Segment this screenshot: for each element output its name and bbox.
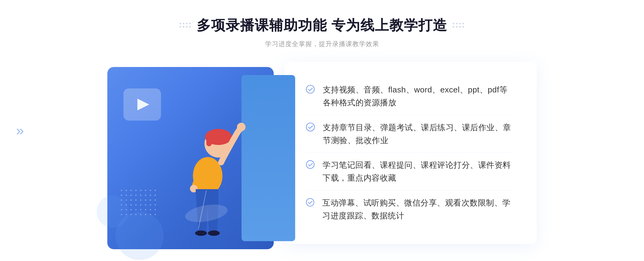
arrow-left-icon: »: [16, 122, 24, 139]
content-area: 支持视频、音频、flash、word、excel、ppt、pdf等各种格式的资源…: [107, 62, 537, 249]
feature-item-1: 支持视频、音频、flash、word、excel、ppt、pdf等各种格式的资源…: [306, 78, 515, 114]
feature-item-2: 支持章节目录、弹题考试、课后练习、课后作业、章节测验、批改作业: [306, 116, 515, 152]
feature-item-4: 互动弹幕、试听购买、微信分享、观看次数限制、学习进度跟踪、数据统计: [306, 191, 515, 228]
figure-container: [165, 98, 251, 249]
svg-point-4: [237, 123, 246, 131]
person-illustration: [165, 98, 251, 248]
title-row: 多项录播课辅助功能 专为线上教学打造: [180, 16, 464, 35]
svg-point-13: [306, 199, 314, 206]
title-dots-right: [453, 23, 464, 28]
check-icon-2: [306, 121, 315, 133]
feature-text-1: 支持视频、音频、flash、word、excel、ppt、pdf等各种格式的资源…: [323, 83, 515, 109]
play-icon: [137, 99, 149, 110]
play-bubble: [123, 88, 161, 121]
check-icon-3: [306, 159, 314, 170]
features-panel: 支持视频、音频、flash、word、excel、ppt、pdf等各种格式的资源…: [284, 62, 537, 244]
feature-text-4: 互动弹幕、试听购买、微信分享、观看次数限制、学习进度跟踪、数据统计: [322, 196, 515, 222]
page-container: 多项录播课辅助功能 专为线上教学打造 学习进度全掌握，提升录播课教学效果: [0, 0, 644, 261]
main-title: 多项录播课辅助功能 专为线上教学打造: [197, 16, 447, 35]
divider-1: [306, 115, 515, 115]
svg-point-12: [306, 161, 314, 169]
svg-point-11: [306, 123, 314, 131]
title-dots-left: [180, 23, 191, 28]
divider-2: [306, 152, 515, 153]
svg-point-6: [195, 230, 207, 236]
subtitle: 学习进度全掌握，提升录播课教学效果: [265, 40, 379, 48]
divider-3: [306, 190, 515, 191]
svg-rect-3: [206, 136, 212, 146]
svg-point-7: [208, 230, 220, 236]
illustration-card: [107, 67, 274, 249]
check-icon-4: [306, 196, 314, 208]
check-icon-1: [306, 83, 315, 95]
feature-text-2: 支持章节目录、弹题考试、课后练习、课后作业、章节测验、批改作业: [323, 121, 515, 147]
feature-text-3: 学习笔记回看、课程提问、课程评论打分、课件资料下载，重点内容收藏: [323, 159, 515, 184]
header-section: 多项录播课辅助功能 专为线上教学打造 学习进度全掌握，提升录播课教学效果: [0, 16, 644, 48]
circle-decoration-2: [97, 196, 129, 228]
svg-point-10: [306, 85, 314, 93]
feature-item-3: 学习笔记回看、课程提问、课程评论打分、课件资料下载，重点内容收藏: [306, 153, 515, 190]
